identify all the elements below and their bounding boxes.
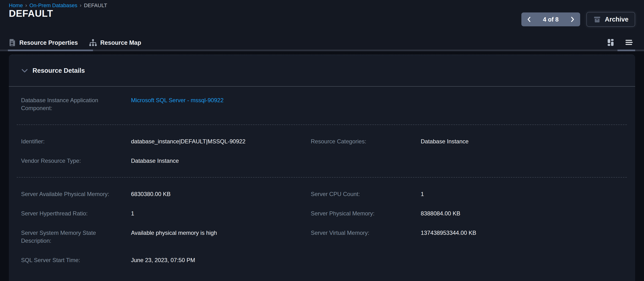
field-value: 1 <box>421 190 424 198</box>
hamburger-list-icon <box>625 39 633 46</box>
chevron-left-icon <box>527 17 531 22</box>
group-divider <box>17 177 627 178</box>
previous-resource-button[interactable] <box>527 17 531 22</box>
group-divider <box>17 124 627 125</box>
field-row: Database Instance Application Component:… <box>17 96 627 112</box>
field-row: Vendor Resource Type: Database Instance <box>17 157 627 165</box>
field-server-hyperthread-ratio: Server Hyperthread Ratio: 1 <box>21 209 311 217</box>
field-value: 8388084.00 KB <box>421 209 460 217</box>
archive-button[interactable]: Archive <box>586 12 635 27</box>
field-label: Server Physical Memory: <box>311 209 404 217</box>
resource-details-fields: Database Instance Application Component:… <box>9 87 635 264</box>
tab-underline-bar <box>0 50 644 51</box>
tab-label: Resource Map <box>100 39 141 46</box>
resource-properties-panel: Resource Details Database Instance Appli… <box>9 55 635 281</box>
list-view-button[interactable] <box>625 39 633 46</box>
chevron-down-icon <box>21 67 28 74</box>
resource-details-section-header[interactable]: Resource Details <box>9 55 635 87</box>
application-component-link[interactable]: Microsoft SQL Server - mssql-90922 <box>131 96 224 104</box>
tab-strip: Resource Properties Resource Map <box>9 39 141 47</box>
active-view-indicator <box>618 50 635 51</box>
field-server-physical-memory: Server Physical Memory: 8388084.00 KB <box>311 209 627 217</box>
field-value: 6830380.00 KB <box>131 190 170 198</box>
sitemap-icon <box>89 39 97 47</box>
field-label: Resource Categories: <box>311 137 404 145</box>
section-title: Resource Details <box>32 67 85 74</box>
field-server-cpu-count: Server CPU Count: 1 <box>311 190 627 198</box>
field-value: database_instance|DEFAULT|MSSQL-90922 <box>131 137 246 145</box>
field-identifier: Identifier: database_instance|DEFAULT|MS… <box>21 137 311 145</box>
field-server-system-memory-state-description: Server System Memory State Description: … <box>21 229 311 245</box>
archive-button-label: Archive <box>605 16 628 23</box>
chevron-right-icon <box>570 17 574 22</box>
field-row: Server System Memory State Description: … <box>17 229 627 245</box>
resource-pager: 4 of 8 <box>521 13 580 26</box>
field-database-instance-application-component: Database Instance Application Component:… <box>21 96 311 112</box>
field-label: Server CPU Count: <box>311 190 404 198</box>
breadcrumb-separator: › <box>80 3 82 9</box>
field-vendor-resource-type: Vendor Resource Type: Database Instance <box>21 157 311 165</box>
field-value: June 23, 2023, 07:50 PM <box>131 256 195 264</box>
dashboard-grid-icon <box>607 38 614 47</box>
main-content: Resource Details Database Instance Appli… <box>0 51 644 281</box>
field-label: SQL Server Start Time: <box>21 256 114 264</box>
field-row: Server Hyperthread Ratio: 1 Server Physi… <box>17 209 627 217</box>
page-title: DEFAULT <box>9 8 53 19</box>
field-resource-categories: Resource Categories: Database Instance <box>311 137 627 145</box>
field-label: Server Hyperthread Ratio: <box>21 209 114 217</box>
field-row: Identifier: database_instance|DEFAULT|MS… <box>17 137 627 145</box>
view-toggles <box>607 38 633 47</box>
field-label: Server Available Physical Memory: <box>21 190 114 198</box>
field-value: Database Instance <box>421 137 468 145</box>
field-label: Identifier: <box>21 137 114 145</box>
field-value: 1 <box>131 209 134 217</box>
breadcrumb: Home › On-Prem Databases › DEFAULT <box>9 3 107 9</box>
tab-label: Resource Properties <box>19 39 78 46</box>
field-label: Server Virtual Memory: <box>311 229 404 237</box>
card-view-button[interactable] <box>607 38 614 47</box>
next-resource-button[interactable] <box>570 17 574 22</box>
collapse-section-button[interactable] <box>21 67 28 74</box>
archive-box-icon <box>593 15 601 24</box>
field-value: Available physical memory is high <box>131 229 217 237</box>
breadcrumb-on-prem-databases[interactable]: On-Prem Databases <box>30 3 78 9</box>
field-server-available-physical-memory: Server Available Physical Memory: 683038… <box>21 190 311 198</box>
pager-count-label: 4 of 8 <box>543 16 558 23</box>
field-row: Server Available Physical Memory: 683038… <box>17 190 627 198</box>
breadcrumb-home[interactable]: Home <box>9 3 23 9</box>
field-label: Server System Memory State Description: <box>21 229 114 245</box>
field-label: Database Instance Application Component: <box>21 96 114 112</box>
header-controls: 4 of 8 Archive <box>521 12 635 27</box>
tab-resource-properties[interactable]: Resource Properties <box>9 39 78 47</box>
field-value: 137438953344.00 KB <box>421 229 476 237</box>
breadcrumb-separator: › <box>25 3 27 9</box>
active-tab-indicator <box>8 50 93 51</box>
field-server-virtual-memory: Server Virtual Memory: 137438953344.00 K… <box>311 229 627 245</box>
field-value: Database Instance <box>131 157 179 165</box>
field-sql-server-start-time: SQL Server Start Time: June 23, 2023, 07… <box>21 256 311 264</box>
tab-resource-map[interactable]: Resource Map <box>89 39 141 47</box>
breadcrumb-current: DEFAULT <box>84 3 107 9</box>
page-header: Home › On-Prem Databases › DEFAULT DEFAU… <box>0 0 644 51</box>
field-row: SQL Server Start Time: June 23, 2023, 07… <box>17 256 627 264</box>
file-document-icon <box>9 39 16 47</box>
field-label: Vendor Resource Type: <box>21 157 114 165</box>
